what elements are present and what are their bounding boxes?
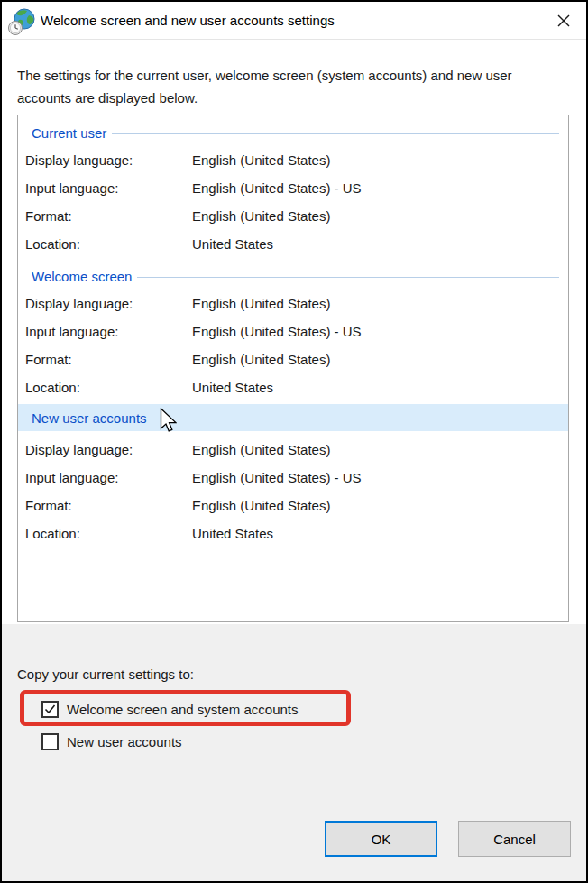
setting-label: Format: [25,352,192,369]
ok-button[interactable]: OK [325,821,437,857]
setting-row: Input language: English (United States) … [25,470,561,487]
setting-value: English (United States) [192,152,561,170]
setting-row: Display language: English (United States… [25,442,561,459]
checkbox-new-user-accounts[interactable]: New user accounts [41,732,182,750]
setting-value: United States [192,526,561,543]
section-title: Current user [25,125,106,141]
copy-settings-label: Copy your current settings to: [17,667,194,682]
region-globe-clock-icon [7,8,35,36]
checkbox-welcome-screen-system-accounts[interactable]: Welcome screen and system accounts [41,700,299,718]
section-header-current-user[interactable]: Current user [25,124,561,142]
setting-value: English (United States) - US [192,324,561,341]
section-divider-line [152,419,559,419]
setting-label: Display language: [25,296,192,313]
setting-label: Location: [25,526,192,543]
setting-row: Location: United States [25,526,561,543]
section-header-new-user-accounts[interactable]: New user accounts [18,404,568,431]
close-icon[interactable] [551,9,576,32]
setting-value: English (United States) [192,442,561,459]
setting-row: Display language: English (United States… [25,152,561,170]
setting-value: English (United States) [192,498,561,515]
setting-value: English (United States) - US [192,470,561,487]
section-divider-line [137,277,559,278]
dialog-description: The settings for the current user, welco… [17,64,551,109]
setting-value: United States [192,380,561,397]
setting-value: United States [192,236,561,253]
setting-row: Format: English (United States) [25,352,561,369]
setting-value: English (United States) [192,208,561,225]
section-title: Welcome screen [25,269,132,284]
setting-row: Display language: English (United States… [25,296,561,313]
checkbox-label: Welcome screen and system accounts [67,702,299,717]
setting-value: English (United States) - US [192,180,561,198]
section-divider-line [112,133,559,134]
setting-label: Input language: [25,470,192,487]
setting-value: English (United States) [192,352,561,369]
setting-label: Input language: [25,324,192,341]
checkbox-icon[interactable] [41,701,59,718]
setting-label: Location: [25,380,192,397]
setting-row: Input language: English (United States) … [25,324,561,341]
setting-value: English (United States) [192,296,561,313]
cancel-button[interactable]: Cancel [458,821,571,857]
section-title: New user accounts [25,410,147,426]
setting-label: Format: [25,208,192,225]
setting-row: Location: United States [25,236,561,253]
checkbox-icon[interactable] [41,733,59,750]
title-bar: Welcome screen and new user accounts set… [2,2,586,40]
setting-row: Location: United States [25,380,561,397]
window-title: Welcome screen and new user accounts set… [41,13,335,28]
checkbox-label: New user accounts [67,734,182,750]
setting-label: Display language: [25,152,192,170]
setting-row: Input language: English (United States) … [25,180,561,198]
settings-panel: Current user Display language: English (… [17,115,569,622]
section-header-welcome-screen[interactable]: Welcome screen [25,267,561,285]
setting-label: Input language: [25,180,192,198]
setting-label: Location: [25,236,192,253]
setting-label: Display language: [25,442,192,459]
setting-label: Format: [25,498,192,515]
setting-row: Format: English (United States) [25,208,561,225]
welcome-screen-settings-dialog: Welcome screen and new user accounts set… [0,0,588,883]
setting-row: Format: English (United States) [25,498,561,515]
